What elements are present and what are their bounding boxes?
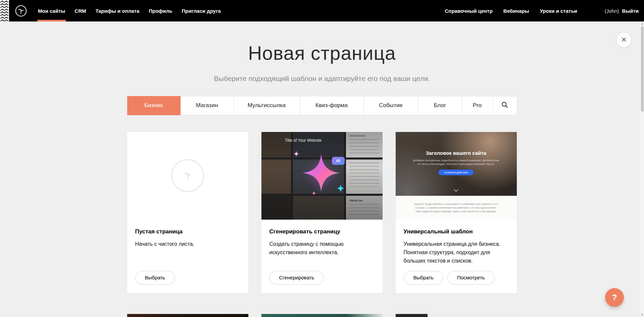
partial-preview-block	[396, 314, 428, 317]
template-card-blank[interactable]: Пустая страница Начать с чистого листа. …	[127, 132, 248, 293]
tab-multilink[interactable]: Мультиссылка	[234, 96, 300, 115]
template-card-partial[interactable]	[127, 314, 248, 317]
scrollbar-thumb[interactable]	[641, 26, 644, 112]
secondary-nav: Справочный центр Вебинары Уроки и статьи…	[445, 8, 644, 14]
template-card-ai-generate[interactable]: About us Title of Your Website	[261, 132, 383, 293]
tab-event[interactable]: Событие	[364, 96, 418, 115]
tab-business[interactable]: Бизнес	[127, 96, 181, 115]
nav-my-sites[interactable]: Мои сайты	[33, 0, 70, 21]
tilda-logo-icon[interactable]	[15, 5, 27, 17]
universal-text-section: Коротко представьтесь и расскажите о ком…	[396, 196, 517, 220]
nav-invite-friend[interactable]: Пригласи друга	[177, 0, 225, 21]
hero-subtitle: Добавьте интересные подробности о вашей …	[412, 158, 500, 166]
nav-profile[interactable]: Профиль	[144, 0, 177, 21]
user-block: (John) Выйти	[605, 8, 639, 14]
universal-preview: Заголовок вашего сайта Добавьте интересн…	[396, 132, 517, 220]
card-description: Универсальная страница для бизнеса. Поня…	[404, 240, 509, 265]
ai-badge: AI	[332, 157, 345, 165]
help-button[interactable]: ?	[605, 288, 624, 307]
hero-cta-button: основное действие	[439, 170, 474, 175]
ai-sparkle-small-icon	[337, 184, 345, 192]
page-title: Новая страница	[127, 21, 517, 64]
template-category-tabs: Бизнес Магазин Мультиссылка Квиз-форма С…	[127, 96, 517, 115]
card-title: Пустая страница	[135, 228, 240, 235]
new-page-modal: Новая страница Выберите подходящий шабло…	[0, 21, 644, 317]
search-icon	[501, 101, 508, 110]
card-description: Начать с чистого листа.	[135, 240, 240, 248]
nav-pricing[interactable]: Тарифы и оплата	[91, 0, 144, 21]
card-description: Создать страницу с помощью искусственног…	[269, 240, 375, 257]
hero-title: Заголовок вашего сайта	[396, 132, 517, 156]
top-navigation-bar: Мои сайты CRM Тарифы и оплата Профиль Пр…	[0, 0, 644, 21]
scrollbar-up-icon[interactable]: ▲	[641, 21, 644, 26]
template-grid-row2	[127, 314, 517, 317]
scrollbar-down-icon[interactable]: ▼	[641, 313, 644, 317]
tab-pro[interactable]: Pro	[462, 96, 493, 115]
ai-preview: About us Title of Your Website	[261, 132, 383, 220]
template-card-universal[interactable]: Заголовок вашего сайта Добавьте интересн…	[396, 132, 517, 293]
universal-hero: Заголовок вашего сайта Добавьте интересн…	[396, 132, 517, 196]
tab-blog[interactable]: Блог	[418, 96, 462, 115]
ai-sparkle-small-icon	[293, 151, 299, 157]
ai-sparkle-small-icon	[312, 191, 316, 195]
tilda-zigzag-decoration	[0, 0, 9, 21]
template-card-partial[interactable]	[396, 314, 517, 317]
nav-help-center[interactable]: Справочный центр	[445, 8, 493, 14]
scrollbar[interactable]: ▲ ▼	[641, 21, 644, 317]
logout-link[interactable]: Выйти	[622, 8, 639, 14]
nav-webinars[interactable]: Вебинары	[503, 8, 529, 14]
nav-crm[interactable]: CRM	[70, 0, 91, 21]
card-title: Универсальный шаблон	[404, 228, 509, 235]
choose-universal-button[interactable]: Выбрать	[404, 271, 443, 284]
card-title: Сгенерировать страницу	[269, 228, 375, 235]
ai-preview-title: Title of Your Website	[267, 138, 339, 143]
page-subtitle: Выберите подходящий шаблон и адаптируйте…	[127, 75, 517, 83]
template-grid: Пустая страница Начать с чистого листа. …	[127, 132, 517, 293]
universal-paragraph: Коротко представьтесь и расскажите о ком…	[414, 202, 498, 213]
close-icon	[621, 37, 627, 44]
tilda-watermark-icon	[171, 159, 204, 192]
template-card-partial[interactable]	[261, 314, 383, 317]
tab-quiz-form[interactable]: Квиз-форма	[300, 96, 364, 115]
close-button[interactable]	[616, 32, 632, 48]
preview-universal-button[interactable]: Посмотреть	[447, 271, 495, 284]
choose-blank-button[interactable]: Выбрать	[135, 271, 175, 284]
nav-lessons[interactable]: Уроки и статьи	[540, 8, 577, 14]
blank-preview	[127, 132, 248, 220]
tab-store[interactable]: Магазин	[181, 96, 234, 115]
primary-nav: Мои сайты CRM Тарифы и оплата Профиль Пр…	[33, 0, 226, 21]
tab-search[interactable]	[493, 96, 517, 115]
chevron-down-icon	[454, 187, 458, 193]
user-name: (John)	[605, 8, 619, 14]
generate-button[interactable]: Сгенерировать	[269, 271, 324, 284]
